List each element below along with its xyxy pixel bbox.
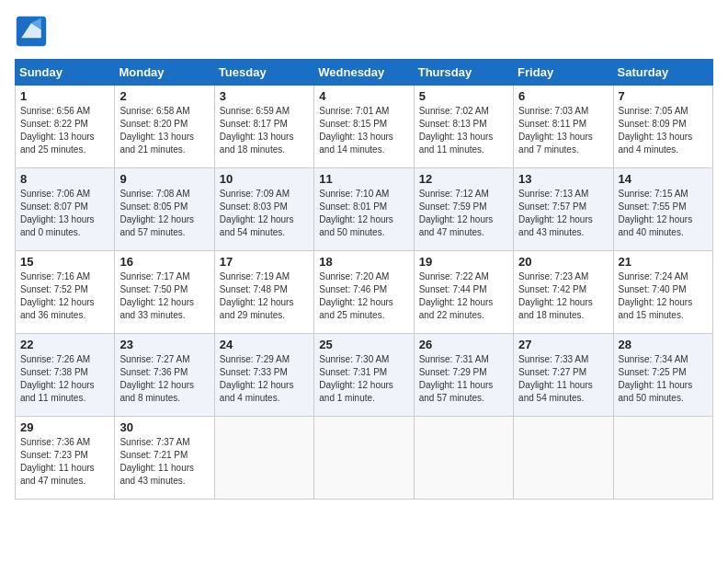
day-number: 20 — [518, 255, 608, 269]
calendar-cell: 14Sunrise: 7:15 AM Sunset: 7:55 PM Dayli… — [613, 168, 712, 251]
day-info: Sunrise: 7:02 AM Sunset: 8:13 PM Dayligh… — [419, 105, 508, 156]
day-info: Sunrise: 7:24 AM Sunset: 7:40 PM Dayligh… — [619, 270, 708, 322]
column-header-sunday: Sunday — [16, 60, 115, 86]
day-number: 6 — [518, 89, 608, 103]
calendar-cell: 22Sunrise: 7:26 AM Sunset: 7:38 PM Dayli… — [16, 334, 115, 417]
day-info: Sunrise: 7:22 AM Sunset: 7:44 PM Dayligh… — [419, 270, 508, 322]
calendar-cell: 7Sunrise: 7:05 AM Sunset: 8:09 PM Daylig… — [613, 86, 712, 168]
day-number: 13 — [518, 172, 608, 186]
column-header-friday: Friday — [514, 60, 613, 86]
day-number: 29 — [20, 420, 109, 434]
day-number: 27 — [518, 338, 608, 351]
calendar-cell — [613, 417, 712, 500]
week-row-4: 29Sunrise: 7:36 AM Sunset: 7:23 PM Dayli… — [16, 417, 713, 500]
day-info: Sunrise: 7:01 AM Sunset: 8:15 PM Dayligh… — [319, 105, 408, 156]
day-info: Sunrise: 7:27 AM Sunset: 7:36 PM Dayligh… — [119, 353, 209, 405]
day-info: Sunrise: 7:13 AM Sunset: 7:57 PM Dayligh… — [518, 188, 608, 239]
calendar-cell — [414, 417, 513, 500]
column-header-thursday: Thursday — [414, 60, 513, 86]
day-number: 30 — [119, 420, 209, 434]
day-info: Sunrise: 7:03 AM Sunset: 8:11 PM Dayligh… — [518, 105, 608, 156]
day-number: 11 — [319, 172, 408, 186]
day-number: 12 — [419, 172, 508, 186]
calendar-cell: 5Sunrise: 7:02 AM Sunset: 8:13 PM Daylig… — [414, 86, 513, 168]
day-number: 25 — [319, 338, 408, 351]
day-number: 17 — [220, 255, 309, 269]
day-number: 21 — [619, 255, 708, 269]
days-header-row: SundayMondayTuesdayWednesdayThursdayFrid… — [16, 60, 713, 86]
day-info: Sunrise: 7:36 AM Sunset: 7:23 PM Dayligh… — [20, 436, 109, 488]
calendar-cell: 13Sunrise: 7:13 AM Sunset: 7:57 PM Dayli… — [514, 168, 613, 251]
day-info: Sunrise: 7:09 AM Sunset: 8:03 PM Dayligh… — [220, 188, 309, 239]
column-header-tuesday: Tuesday — [214, 60, 313, 86]
day-info: Sunrise: 7:20 AM Sunset: 7:46 PM Dayligh… — [319, 270, 408, 322]
day-info: Sunrise: 7:08 AM Sunset: 8:05 PM Dayligh… — [119, 188, 209, 239]
day-info: Sunrise: 7:19 AM Sunset: 7:48 PM Dayligh… — [220, 270, 309, 322]
calendar-cell — [314, 417, 414, 500]
day-info: Sunrise: 7:30 AM Sunset: 7:31 PM Dayligh… — [319, 353, 408, 405]
day-info: Sunrise: 6:56 AM Sunset: 8:22 PM Dayligh… — [20, 105, 109, 156]
calendar-cell: 28Sunrise: 7:34 AM Sunset: 7:25 PM Dayli… — [613, 334, 712, 417]
day-number: 28 — [619, 338, 708, 351]
day-info: Sunrise: 7:29 AM Sunset: 7:33 PM Dayligh… — [220, 353, 309, 405]
week-row-0: 1Sunrise: 6:56 AM Sunset: 8:22 PM Daylig… — [16, 86, 713, 168]
calendar-cell: 21Sunrise: 7:24 AM Sunset: 7:40 PM Dayli… — [613, 251, 712, 334]
day-number: 7 — [619, 89, 708, 103]
day-number: 26 — [419, 338, 508, 351]
day-info: Sunrise: 6:59 AM Sunset: 8:17 PM Dayligh… — [220, 105, 309, 156]
calendar-cell: 30Sunrise: 7:37 AM Sunset: 7:21 PM Dayli… — [115, 417, 214, 500]
calendar-cell: 17Sunrise: 7:19 AM Sunset: 7:48 PM Dayli… — [214, 251, 313, 334]
day-info: Sunrise: 7:31 AM Sunset: 7:29 PM Dayligh… — [419, 353, 508, 405]
day-number: 18 — [319, 255, 408, 269]
day-info: Sunrise: 7:12 AM Sunset: 7:59 PM Dayligh… — [419, 188, 508, 239]
calendar-cell: 8Sunrise: 7:06 AM Sunset: 8:07 PM Daylig… — [16, 168, 115, 251]
week-row-3: 22Sunrise: 7:26 AM Sunset: 7:38 PM Dayli… — [16, 334, 713, 417]
day-info: Sunrise: 7:06 AM Sunset: 8:07 PM Dayligh… — [20, 188, 109, 239]
calendar-cell: 3Sunrise: 6:59 AM Sunset: 8:17 PM Daylig… — [214, 86, 313, 168]
day-info: Sunrise: 7:26 AM Sunset: 7:38 PM Dayligh… — [20, 353, 109, 405]
day-number: 1 — [20, 89, 109, 103]
day-info: Sunrise: 7:16 AM Sunset: 7:52 PM Dayligh… — [20, 270, 109, 322]
day-info: Sunrise: 7:05 AM Sunset: 8:09 PM Dayligh… — [619, 105, 708, 156]
day-info: Sunrise: 7:33 AM Sunset: 7:27 PM Dayligh… — [518, 353, 608, 405]
column-header-wednesday: Wednesday — [314, 60, 414, 86]
day-number: 4 — [319, 89, 408, 103]
calendar-cell: 1Sunrise: 6:56 AM Sunset: 8:22 PM Daylig… — [16, 86, 115, 168]
page-header — [15, 15, 713, 48]
day-info: Sunrise: 7:23 AM Sunset: 7:42 PM Dayligh… — [518, 270, 608, 322]
calendar-cell: 26Sunrise: 7:31 AM Sunset: 7:29 PM Dayli… — [414, 334, 513, 417]
calendar-cell — [214, 417, 313, 500]
week-row-2: 15Sunrise: 7:16 AM Sunset: 7:52 PM Dayli… — [16, 251, 713, 334]
day-number: 22 — [20, 338, 109, 351]
day-number: 9 — [119, 172, 209, 186]
day-number: 2 — [119, 89, 209, 103]
day-number: 8 — [20, 172, 109, 186]
calendar-cell: 25Sunrise: 7:30 AM Sunset: 7:31 PM Dayli… — [314, 334, 414, 417]
day-info: Sunrise: 7:15 AM Sunset: 7:55 PM Dayligh… — [619, 188, 708, 239]
day-info: Sunrise: 7:17 AM Sunset: 7:50 PM Dayligh… — [119, 270, 209, 322]
calendar-cell: 12Sunrise: 7:12 AM Sunset: 7:59 PM Dayli… — [414, 168, 513, 251]
day-info: Sunrise: 7:34 AM Sunset: 7:25 PM Dayligh… — [619, 353, 708, 405]
day-number: 24 — [220, 338, 309, 351]
column-header-monday: Monday — [115, 60, 214, 86]
day-number: 3 — [220, 89, 309, 103]
day-info: Sunrise: 7:37 AM Sunset: 7:21 PM Dayligh… — [119, 436, 209, 488]
logo — [15, 15, 53, 48]
calendar-cell: 2Sunrise: 6:58 AM Sunset: 8:20 PM Daylig… — [115, 86, 214, 168]
calendar-cell: 15Sunrise: 7:16 AM Sunset: 7:52 PM Dayli… — [16, 251, 115, 334]
calendar-table: SundayMondayTuesdayWednesdayThursdayFrid… — [15, 59, 713, 500]
calendar-cell: 4Sunrise: 7:01 AM Sunset: 8:15 PM Daylig… — [314, 86, 414, 168]
day-number: 16 — [119, 255, 209, 269]
calendar-cell: 19Sunrise: 7:22 AM Sunset: 7:44 PM Dayli… — [414, 251, 513, 334]
calendar-cell: 24Sunrise: 7:29 AM Sunset: 7:33 PM Dayli… — [214, 334, 313, 417]
week-row-1: 8Sunrise: 7:06 AM Sunset: 8:07 PM Daylig… — [16, 168, 713, 251]
calendar-cell: 29Sunrise: 7:36 AM Sunset: 7:23 PM Dayli… — [16, 417, 115, 500]
logo-icon — [15, 15, 48, 48]
calendar-cell: 27Sunrise: 7:33 AM Sunset: 7:27 PM Dayli… — [514, 334, 613, 417]
calendar-cell: 16Sunrise: 7:17 AM Sunset: 7:50 PM Dayli… — [115, 251, 214, 334]
day-info: Sunrise: 7:10 AM Sunset: 8:01 PM Dayligh… — [319, 188, 408, 239]
day-number: 19 — [419, 255, 508, 269]
day-number: 14 — [619, 172, 708, 186]
calendar-cell: 10Sunrise: 7:09 AM Sunset: 8:03 PM Dayli… — [214, 168, 313, 251]
calendar-cell: 6Sunrise: 7:03 AM Sunset: 8:11 PM Daylig… — [514, 86, 613, 168]
